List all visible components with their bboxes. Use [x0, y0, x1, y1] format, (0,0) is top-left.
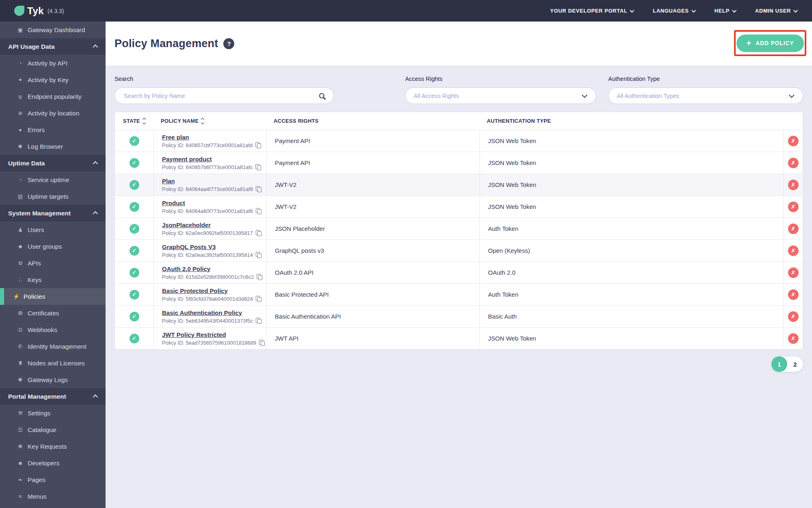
delete-policy-button[interactable]: ✗: [788, 267, 799, 278]
delete-policy-button[interactable]: ✗: [788, 224, 799, 234]
policy-id: Policy ID: 5f83cfd378ab040001d3d824: [162, 296, 261, 302]
delete-policy-button[interactable]: ✗: [788, 202, 799, 212]
column-header-state[interactable]: STATE: [115, 112, 153, 130]
copy-icon[interactable]: [256, 296, 261, 302]
sidebar-item-menus[interactable]: ≡ Menus: [0, 488, 106, 505]
delete-policy-button[interactable]: ✗: [788, 245, 799, 256]
page-button-2[interactable]: 2: [787, 356, 803, 372]
add-policy-button[interactable]: + ADD POLICY: [736, 35, 804, 52]
sidebar-item-apis[interactable]: ⚙ APIs: [0, 255, 106, 271]
sort-icon[interactable]: [143, 118, 145, 124]
search-input[interactable]: [123, 92, 319, 100]
sidebar-item-user-groups[interactable]: ☻ User groups: [0, 238, 106, 255]
copy-icon[interactable]: [256, 186, 261, 192]
sidebar-item-settings[interactable]: ⚒ Settings: [0, 405, 106, 421]
auth-type-cell: JSON Web Token: [479, 152, 783, 174]
auth-type-select[interactable]: All Authentication Types: [608, 87, 803, 104]
sidebar-section-portal-management[interactable]: Portal Management: [0, 388, 106, 405]
policy-name-link[interactable]: Basic Authentication Policy: [162, 309, 242, 317]
copy-icon[interactable]: [256, 252, 261, 258]
main-area: Policy Management ? + ADD POLICY Search …: [106, 22, 812, 508]
policy-name-link[interactable]: Free plan: [162, 134, 189, 141]
sidebar-section-system-management[interactable]: System Management: [0, 205, 106, 221]
access-rights-select[interactable]: All Access Rights: [405, 87, 596, 104]
copy-icon[interactable]: [256, 208, 261, 214]
active-check-icon: ✓: [130, 290, 139, 300]
menu-languages[interactable]: LANGUAGES: [653, 8, 695, 14]
state-cell: ✓: [115, 262, 153, 283]
sidebar-item-gateway-dashboard[interactable]: ▣ Gateway Dashboard: [0, 22, 106, 38]
policy-name-link[interactable]: Plan: [162, 178, 175, 185]
menu-your-developer-portal[interactable]: YOUR DEVELOPER PORTAL: [550, 8, 634, 14]
sidebar-section-uptime-data[interactable]: Uptime Data: [0, 155, 106, 172]
sidebar-item-activity-by-api[interactable]: ◔ Activity by API: [0, 55, 106, 72]
delete-policy-button[interactable]: ✗: [788, 289, 799, 300]
sidebar-item-users[interactable]: ♟ Users: [0, 221, 106, 238]
sidebar-item-certificates[interactable]: ❂ Certificates: [0, 305, 106, 321]
active-check-icon: ✓: [130, 136, 139, 146]
sidebar-item-activity-by-key[interactable]: ✦ Activity by Key: [0, 72, 106, 88]
policy-name-cell: Free plan Policy ID: 640857cbf773ce0001a…: [153, 130, 266, 152]
copy-icon[interactable]: [256, 318, 261, 324]
sidebar-item-uptime-targets[interactable]: ▤ Uptime targets: [0, 188, 106, 205]
sidebar-item-log-browser[interactable]: ✱ Log Browser: [0, 138, 106, 155]
auth-type-cell: JSON Web Token: [479, 130, 783, 152]
copy-icon[interactable]: [256, 230, 261, 236]
policy-name-cell: JsonPlaceholder Policy ID: 62a0ec9092faf…: [153, 218, 266, 239]
policy-id: Policy ID: 64064a60f773ce0001a81af8: [162, 208, 261, 214]
sidebar-item-activity-by-location[interactable]: ⊕ Activity by location: [0, 105, 106, 122]
chevron-up-icon: [93, 161, 98, 167]
delete-cell: ✗: [783, 218, 803, 239]
menu-help[interactable]: HELP: [715, 8, 736, 14]
copy-icon[interactable]: [255, 142, 261, 148]
policy-name-link[interactable]: JWT Policy Restricted: [162, 331, 226, 339]
phone-icon: ✆: [16, 343, 24, 350]
sidebar-section-api-usage-data[interactable]: API Usage Data: [0, 38, 106, 55]
copy-icon[interactable]: [255, 164, 261, 170]
copy-icon[interactable]: [259, 340, 265, 346]
sidebar-item-service-uptime[interactable]: ◔ Service uptime: [0, 172, 106, 188]
tyk-logo[interactable]: Tyk (4.3.3): [14, 5, 64, 17]
sidebar-item-developers[interactable]: ☻ Developers: [0, 455, 106, 471]
sidebar-item-nodes-and-licenses[interactable]: ♜ Nodes and Licenses: [0, 355, 106, 371]
policy-name-link[interactable]: GraphQL Posts V3: [162, 243, 216, 251]
delete-cell: ✗: [783, 196, 803, 217]
sidebar-item-pages[interactable]: ❧ Pages: [0, 471, 106, 488]
table-row: ✓ JsonPlaceholder Policy ID: 62a0ec9092f…: [115, 217, 803, 239]
sidebar-item-gateway-logs[interactable]: ✱ Gateway Logs: [0, 371, 106, 388]
policy-name-link[interactable]: Product: [162, 200, 185, 207]
policy-name-link[interactable]: Basic Protected Policy: [162, 287, 228, 295]
auth-type-value: All Authentication Types: [617, 93, 790, 99]
copy-icon[interactable]: [257, 274, 262, 280]
sidebar-item-catalogue[interactable]: ☰ Catalogue: [0, 421, 106, 438]
sidebar-item-keys[interactable]: ∴ Keys: [0, 271, 106, 288]
active-check-icon: ✓: [130, 246, 139, 256]
access-rights-label: Access Rights: [405, 76, 596, 82]
sidebar-item-webhooks[interactable]: Ω Webhooks: [0, 321, 106, 338]
sort-icon[interactable]: [201, 118, 204, 124]
delete-policy-button[interactable]: ✗: [788, 333, 799, 344]
menu-admin-user[interactable]: ADMIN USER: [755, 8, 798, 14]
topbar-menu: YOUR DEVELOPER PORTAL LANGUAGES HELP ADM…: [550, 8, 798, 14]
policy-name-link[interactable]: Payment product: [162, 156, 212, 163]
delete-policy-button[interactable]: ✗: [788, 136, 799, 146]
sidebar-item-endpoint-popularity[interactable]: ψ Endpoint popularity: [0, 88, 106, 105]
table-row: ✓ Plan Policy ID: 64064aa4f773ce0001a81a…: [115, 174, 803, 195]
column-header-policy-name[interactable]: POLICY NAME: [153, 112, 266, 130]
delete-policy-button[interactable]: ✗: [788, 311, 799, 322]
policy-name-link[interactable]: OAuth 2.0 Policy: [162, 265, 210, 273]
delete-policy-button[interactable]: ✗: [788, 158, 799, 168]
sidebar-item-policies[interactable]: ⚡ Policies: [0, 288, 106, 305]
certificate-icon: ❂: [16, 310, 24, 316]
policy-name-link[interactable]: JsonPlaceholder: [162, 221, 211, 229]
search-icon[interactable]: [319, 93, 324, 98]
active-check-icon: ✓: [130, 312, 139, 321]
help-icon[interactable]: ?: [223, 38, 234, 49]
delete-policy-button[interactable]: ✗: [788, 180, 799, 190]
sidebar-item-errors[interactable]: ● Errors: [0, 122, 106, 138]
page-button-1[interactable]: 1: [771, 356, 787, 372]
sidebar-item-key-requests[interactable]: ❃ Key Requests: [0, 438, 106, 455]
chevron-up-icon: [93, 395, 98, 400]
access-rights-cell: JSON Placeholder: [266, 218, 479, 239]
sidebar-item-identity-management[interactable]: ✆ Identity Management: [0, 338, 106, 355]
